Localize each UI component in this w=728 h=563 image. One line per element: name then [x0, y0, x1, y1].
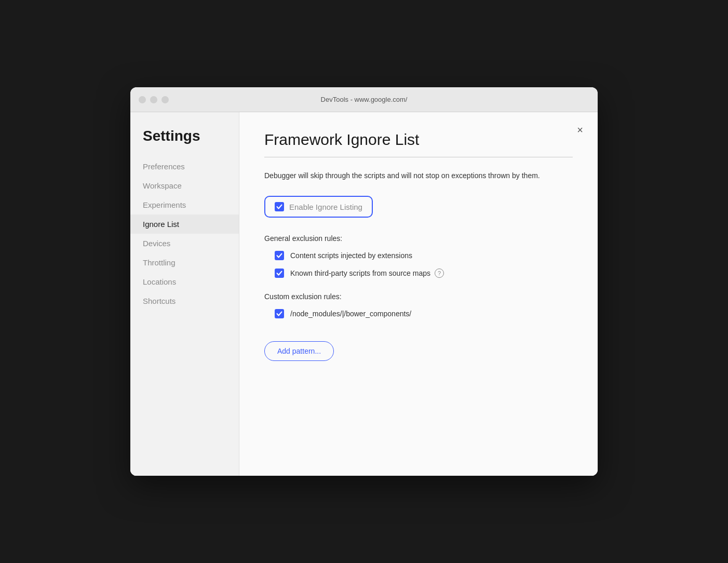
checkbox-node-modules[interactable] — [275, 309, 284, 318]
page-title: Framework Ignore List — [264, 131, 573, 149]
checkmark-icon — [276, 204, 282, 210]
content-area: Settings Preferences Workspace Experimen… — [130, 112, 598, 476]
enable-ignore-listing-box[interactable]: Enable Ignore Listing — [264, 196, 373, 218]
general-section-label: General exclusion rules: — [264, 234, 573, 243]
sidebar-item-locations[interactable]: Locations — [130, 272, 239, 291]
help-icon[interactable]: ? — [435, 269, 444, 278]
window: DevTools - www.google.com/ Settings Pref… — [130, 87, 598, 476]
close-button[interactable]: × — [575, 123, 585, 137]
enable-ignore-listing-label: Enable Ignore Listing — [289, 203, 362, 211]
description-text: Debugger will skip through the scripts a… — [264, 170, 573, 181]
rule-content-scripts-label: Content scripts injected by extensions — [290, 251, 412, 260]
titlebar-title: DevTools - www.google.com/ — [321, 96, 408, 103]
sidebar-item-ignore-list[interactable]: Ignore List — [130, 215, 239, 234]
sidebar-item-workspace[interactable]: Workspace — [130, 176, 239, 195]
sidebar-heading: Settings — [130, 128, 239, 157]
sidebar-item-experiments[interactable]: Experiments — [130, 195, 239, 215]
rule-node-modules: /node_modules/|/bower_components/ — [275, 309, 573, 318]
enable-ignore-listing-checkbox[interactable] — [275, 202, 284, 211]
rule-content-scripts: Content scripts injected by extensions — [275, 251, 573, 260]
rule-third-party-scripts: Known third-party scripts from source ma… — [275, 269, 573, 278]
checkbox-third-party-scripts[interactable] — [275, 269, 284, 278]
custom-section-label: Custom exclusion rules: — [264, 292, 573, 301]
divider — [264, 157, 573, 157]
traffic-light-minimize[interactable] — [150, 96, 157, 103]
checkbox-content-scripts[interactable] — [275, 251, 284, 260]
traffic-light-maximize[interactable] — [161, 96, 169, 103]
rule-third-party-scripts-label: Known third-party scripts from source ma… — [290, 269, 444, 278]
checkmark-icon — [276, 270, 282, 276]
sidebar-item-preferences[interactable]: Preferences — [130, 157, 239, 176]
checkmark-icon — [276, 311, 282, 317]
traffic-light-close[interactable] — [139, 96, 146, 103]
add-pattern-button[interactable]: Add pattern... — [264, 341, 334, 361]
sidebar: Settings Preferences Workspace Experimen… — [130, 112, 239, 476]
main-panel: × Framework Ignore List Debugger will sk… — [239, 112, 598, 476]
checkmark-icon — [276, 252, 282, 259]
titlebar: DevTools - www.google.com/ — [130, 87, 598, 112]
traffic-lights — [139, 96, 169, 103]
rule-node-modules-label: /node_modules/|/bower_components/ — [290, 310, 411, 318]
sidebar-item-devices[interactable]: Devices — [130, 234, 239, 253]
sidebar-item-shortcuts[interactable]: Shortcuts — [130, 291, 239, 311]
sidebar-item-throttling[interactable]: Throttling — [130, 253, 239, 272]
